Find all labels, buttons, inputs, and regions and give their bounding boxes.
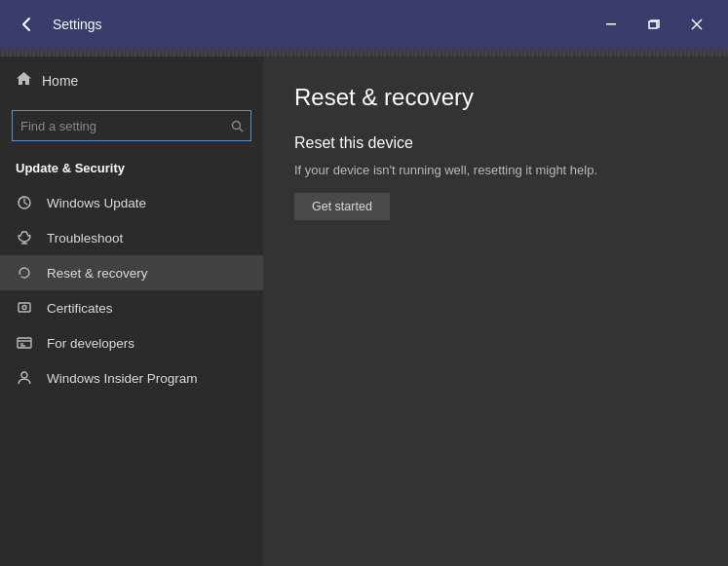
svg-rect-0 [606,23,616,25]
sidebar-label-for-developers: For developers [47,336,134,351]
sidebar-item-troubleshoot[interactable]: Troubleshoot [0,220,263,255]
reset-device-description: If your device isn't running well, reset… [294,162,697,179]
windows-update-icon [16,195,33,210]
search-icon [223,111,250,140]
get-started-button[interactable]: Get started [294,193,390,220]
sidebar-label-windows-insider: Windows Insider Program [47,371,198,386]
sidebar-item-reset-recovery[interactable]: Reset & recovery [0,255,263,290]
sidebar: Home Update & Security [0,57,263,566]
title-bar: Settings [0,0,728,49]
window-controls [592,9,716,40]
svg-point-16 [21,372,27,378]
texture-strip [0,49,728,57]
sidebar-item-windows-update[interactable]: Windows Update [0,185,263,220]
certificates-icon [16,300,33,316]
page-title: Reset & recovery [294,84,697,111]
sidebar-label-windows-update: Windows Update [47,196,146,210]
sidebar-search-container [0,104,263,153]
troubleshoot-icon [16,230,33,245]
svg-rect-1 [649,21,657,28]
sidebar-label-certificates: Certificates [47,301,113,316]
svg-line-5 [239,128,243,132]
maximize-button[interactable] [634,9,673,40]
search-box[interactable] [12,110,251,141]
sidebar-item-certificates[interactable]: Certificates [0,290,263,325]
minimize-button[interactable] [592,9,631,40]
reset-device-section: Reset this device If your device isn't r… [294,134,697,220]
sidebar-label-reset-recovery: Reset & recovery [47,266,148,281]
main-container: Home Update & Security [0,57,728,566]
sidebar-item-windows-insider[interactable]: Windows Insider Program [0,360,263,396]
sidebar-label-troubleshoot: Troubleshoot [47,231,123,245]
windows-insider-icon [16,370,33,386]
content-area: Reset & recovery Reset this device If yo… [263,57,728,566]
search-input[interactable] [13,119,223,133]
svg-rect-9 [19,303,30,312]
svg-point-10 [22,306,26,310]
reset-recovery-icon [16,265,33,281]
close-button[interactable] [677,9,716,40]
sidebar-item-home[interactable]: Home [0,57,263,104]
for-developers-icon [16,335,33,351]
home-icon [16,70,32,91]
sidebar-section-title: Update & Security [0,153,263,185]
sidebar-item-for-developers[interactable]: For developers [0,325,263,360]
reset-device-title: Reset this device [294,134,697,152]
home-label: Home [42,73,78,89]
back-button[interactable] [12,9,43,40]
svg-point-4 [232,121,240,129]
window-title: Settings [53,17,592,32]
